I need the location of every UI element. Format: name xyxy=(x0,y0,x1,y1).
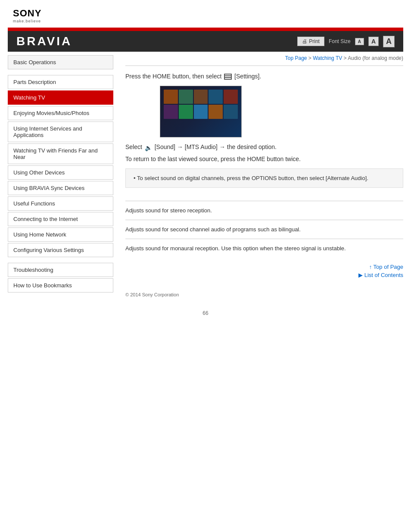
tv-thumb-1 xyxy=(164,90,178,104)
breadcrumb: Top Page > Watching TV > Audio (for anal… xyxy=(125,55,403,66)
option-second-channel-text: Adjusts sound for second channel audio o… xyxy=(125,226,301,233)
tv-thumb-2 xyxy=(179,90,193,104)
option-mono-text: Adjusts sound for monaural reception. Us… xyxy=(125,245,346,252)
print-label: Print xyxy=(309,38,320,44)
sidebar-item-troubleshooting[interactable]: Troubleshooting xyxy=(8,263,113,277)
instruction-section: Press the HOME button, then select [Sett… xyxy=(125,66,403,201)
tv-thumb-5 xyxy=(224,90,238,104)
note-text: To select sound on digital channels, pre… xyxy=(134,175,395,181)
sidebar-item-connecting-internet[interactable]: Connecting to the Internet xyxy=(8,212,113,226)
main-container: Basic Operations Parts Description Watch… xyxy=(8,52,403,302)
select-text: Select 🔈 [Sound] → [MTS Audio] → the des… xyxy=(125,143,403,151)
footer-links: Top of Page List of Contents xyxy=(125,258,403,283)
note-box: To select sound on digital channels, pre… xyxy=(125,168,403,188)
option-stereo-text: Adjusts sound for stereo reception. xyxy=(125,207,212,214)
sidebar-item-watching-friends[interactable]: Watching TV with Friends Far and Near xyxy=(8,143,113,164)
content-area: Top Page > Watching TV > Audio (for anal… xyxy=(113,55,403,302)
sidebar-item-home-network[interactable]: Using Home Network xyxy=(8,227,113,242)
sound-icon: 🔈 xyxy=(145,144,152,151)
settings-icon xyxy=(224,74,232,80)
breadcrumb-watching-tv[interactable]: Watching TV xyxy=(313,55,342,61)
sidebar-item-basic-operations[interactable]: Basic Operations xyxy=(8,55,113,69)
tv-thumb-8 xyxy=(194,105,208,119)
sidebar-item-parts-description[interactable]: Parts Description xyxy=(8,75,113,89)
return-text: To return to the last viewed source, pre… xyxy=(125,156,403,162)
print-button[interactable]: 🖨 Print xyxy=(297,37,324,46)
sidebar-item-how-to-use[interactable]: How to Use Bookmarks xyxy=(8,278,113,292)
sony-logo: SONY xyxy=(13,8,398,19)
red-bar xyxy=(8,28,403,31)
tv-thumb-9 xyxy=(209,105,223,119)
sidebar-item-other-devices[interactable]: Using Other Devices xyxy=(8,165,113,180)
page-number: 66 xyxy=(0,302,411,325)
bravia-title: BRAVIA xyxy=(16,34,72,48)
tv-thumb-7 xyxy=(179,105,193,119)
options-section: Adjusts sound for stereo reception. Adju… xyxy=(125,201,403,258)
tv-screenshot xyxy=(160,86,242,137)
sidebar-item-bravia-sync[interactable]: Using BRAVIA Sync Devices xyxy=(8,181,113,195)
font-large-button[interactable]: A xyxy=(383,36,395,47)
font-size-label: Font Size xyxy=(329,38,351,44)
option-row-stereo: Adjusts sound for stereo reception. xyxy=(125,201,403,220)
print-icon: 🖨 xyxy=(302,38,307,44)
breadcrumb-separator1: > xyxy=(308,55,313,61)
sidebar-item-useful-functions[interactable]: Useful Functions xyxy=(8,196,113,211)
copyright: © 2014 Sony Corporation xyxy=(125,292,403,302)
sidebar-item-configuring-settings[interactable]: Configuring Various Settings xyxy=(8,243,113,257)
sony-tagline: make.believe xyxy=(13,19,398,23)
breadcrumb-top-page[interactable]: Top Page xyxy=(285,55,307,61)
title-bar: BRAVIA 🖨 Print Font Size A A A xyxy=(8,31,403,52)
tv-thumb-4 xyxy=(209,90,223,104)
sidebar-item-enjoying-movies[interactable]: Enjoying Movies/Music/Photos xyxy=(8,106,113,120)
font-small-button[interactable]: A xyxy=(355,38,364,45)
top-of-page-link[interactable]: Top of Page xyxy=(125,264,403,270)
tv-thumb-10 xyxy=(224,105,238,119)
title-bar-controls: 🖨 Print Font Size A A A xyxy=(297,36,395,47)
tv-thumb-6 xyxy=(164,105,178,119)
option-row-mono: Adjusts sound for monaural reception. Us… xyxy=(125,239,403,258)
option-row-second-channel: Adjusts sound for second channel audio o… xyxy=(125,220,403,239)
logo-area: SONY make.believe xyxy=(0,0,411,28)
tv-thumb-3 xyxy=(194,90,208,104)
breadcrumb-current: Audio (for analog mode) xyxy=(348,55,403,61)
instruction-text: Press the HOME button, then select [Sett… xyxy=(125,73,403,80)
sidebar-item-watching-tv[interactable]: Watching TV xyxy=(8,90,113,105)
font-medium-button[interactable]: A xyxy=(368,37,379,46)
breadcrumb-separator2: > xyxy=(344,55,348,61)
sidebar-item-internet-services[interactable]: Using Internet Services and Applications xyxy=(8,121,113,142)
list-of-contents-link[interactable]: List of Contents xyxy=(125,272,403,278)
sidebar: Basic Operations Parts Description Watch… xyxy=(8,55,113,302)
